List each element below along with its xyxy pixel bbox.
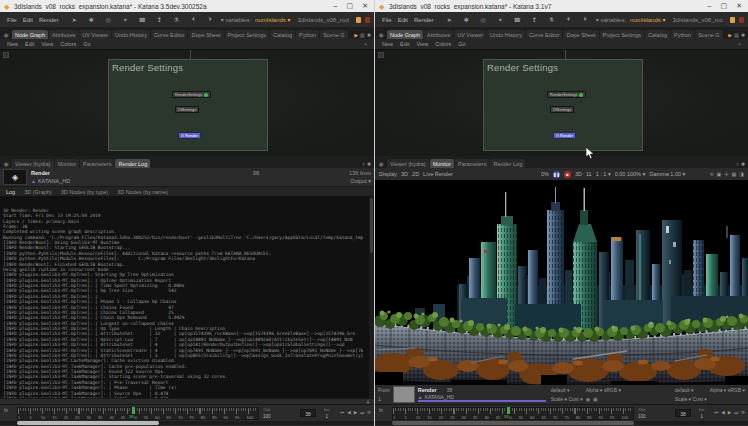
log-filter[interactable]: 3D Nodes (by name) xyxy=(117,189,168,195)
stop-render-icon[interactable] xyxy=(365,17,370,23)
toolbar-icon[interactable]: ⏵ xyxy=(206,16,215,23)
node-rendersettings[interactable]: RenderSettings xyxy=(172,91,211,98)
ng-menu-item[interactable]: View xyxy=(42,41,54,47)
node-port-dot[interactable] xyxy=(579,93,583,97)
stop-render-icon[interactable] xyxy=(739,17,744,23)
menu-item[interactable]: Edit xyxy=(20,17,36,23)
toolbar-icon[interactable]: ◎ xyxy=(104,16,113,23)
toolbar-icon[interactable]: ⚗ xyxy=(547,16,556,23)
current-frame-field[interactable]: 38 xyxy=(300,409,316,417)
transport-button[interactable]: ⏭ xyxy=(734,410,738,415)
ng-menu-item[interactable]: Go xyxy=(83,41,90,47)
aov-count[interactable]: 11 xyxy=(586,171,592,177)
pane-menu-icon[interactable]: ◉ xyxy=(1,31,11,39)
display-dropdown[interactable]: Display xyxy=(379,171,397,177)
gear-icon[interactable]: ✱ xyxy=(367,161,371,167)
nodegraph-canvas-left[interactable]: Render Settings RenderSettings DlSetting… xyxy=(0,49,374,156)
minimize-icon[interactable]: – xyxy=(708,2,712,10)
ng-menu-item[interactable]: New xyxy=(7,41,18,47)
node-dlsettings[interactable]: DlSettings xyxy=(550,106,574,113)
transport-button[interactable]: ⟳ xyxy=(741,410,745,415)
close-icon[interactable]: ✕ xyxy=(736,2,742,10)
pane-tab[interactable]: Render Log xyxy=(115,159,150,168)
scale-dropdown[interactable]: Scale ▾ Cust ▾ xyxy=(551,396,583,402)
transport-button[interactable]: ▶ xyxy=(354,410,357,415)
view2-dropdown[interactable]: default ▾ xyxy=(675,387,707,393)
pause-render-button[interactable]: ❚❚ xyxy=(553,171,560,178)
pane-tab[interactable]: Curve Editor xyxy=(151,30,188,39)
pane-tab[interactable]: Monitor xyxy=(55,159,79,168)
toolbar-icon[interactable]: ❢ xyxy=(530,16,539,23)
ng-menu-item[interactable]: Go xyxy=(458,41,465,47)
pane-tab[interactable]: Scene G xyxy=(320,30,347,39)
pin-icon[interactable]: ▿ xyxy=(736,161,739,167)
menu-item[interactable]: Edit xyxy=(395,17,411,23)
ng-menu-item[interactable]: View xyxy=(417,41,429,47)
pane-tab[interactable]: Project Settings xyxy=(600,30,645,39)
live-render-button[interactable]: Live Render xyxy=(423,171,453,177)
monitor-icon[interactable]: ▣ xyxy=(717,171,722,177)
nodegraph-canvas-right[interactable]: Render Settings RenderSettings DlSetting… xyxy=(375,49,748,156)
pane-tab[interactable]: Monitor xyxy=(430,159,454,168)
magnet-icon[interactable]: ⌖ xyxy=(364,41,367,48)
gear-icon[interactable]: ✱ xyxy=(741,161,745,167)
timeline-scroll-handle[interactable] xyxy=(392,421,634,425)
pane-tab[interactable]: Attributes xyxy=(49,30,78,39)
close-icon[interactable]: ✕ xyxy=(362,2,368,10)
transport-button[interactable]: ◀ xyxy=(721,410,724,415)
node-render[interactable]: Render xyxy=(553,132,576,139)
current-frame-field[interactable]: 38 xyxy=(675,409,691,417)
ng-menu-item[interactable]: Edit xyxy=(25,41,34,47)
pane-tab[interactable]: Parameters xyxy=(455,159,489,168)
frame-ruler[interactable]: 1510152025303540455055606570758085909510… xyxy=(392,407,634,420)
gamma-dropdown[interactable]: Gamma 1.00 ▾ xyxy=(649,171,685,177)
view-dropdown[interactable]: default ▾ xyxy=(551,387,583,393)
minimize-icon[interactable]: – xyxy=(334,2,338,10)
stop-render-button[interactable]: ■ xyxy=(564,171,571,178)
toolbar-icon[interactable]: ✱ xyxy=(87,16,96,23)
mode-2d-button[interactable]: 2D xyxy=(412,171,419,177)
playhead[interactable] xyxy=(507,407,510,414)
zoom-dropdown[interactable]: 1 : 1 ▾ xyxy=(596,171,611,177)
tab-overflow-icon[interactable]: ▶ xyxy=(728,32,732,38)
output-dropdown[interactable]: Output ▾ xyxy=(350,178,371,184)
log-filter[interactable]: 3D (Graph) xyxy=(24,189,52,195)
pane-tab[interactable]: Project Settings xyxy=(225,30,270,39)
log-filter[interactable]: Log xyxy=(6,189,15,195)
pane-menu-icon[interactable]: ◉ xyxy=(376,31,386,39)
magnet-icon[interactable]: ⌖ xyxy=(738,41,741,48)
split-icon[interactable]: ▥ xyxy=(734,32,739,38)
toolbar-icon[interactable]: ➤ xyxy=(70,16,79,23)
transport-button[interactable]: ⏮ xyxy=(340,410,344,415)
pane-tab[interactable]: Attributes xyxy=(424,30,453,39)
pane-tab[interactable]: UV Viewer xyxy=(79,30,111,39)
ng-menu-item[interactable]: Edit xyxy=(400,41,409,47)
out-field[interactable]: Out100 xyxy=(638,407,646,419)
monitor-viewport[interactable] xyxy=(375,180,748,385)
mode-3d-button[interactable]: 3D xyxy=(401,171,408,177)
pane-tab[interactable]: Render Log xyxy=(490,159,525,168)
monitor-icon[interactable]: ◨ xyxy=(739,171,744,177)
log-filter[interactable]: 3D Nodes (by type) xyxy=(61,189,108,195)
pane-tab[interactable]: Curve Editor xyxy=(526,30,563,39)
pane-menu-icon[interactable]: ◉ xyxy=(1,160,11,168)
menu-item[interactable]: Render xyxy=(36,17,62,23)
playhead[interactable] xyxy=(132,407,135,414)
gear-icon[interactable]: ✱ xyxy=(741,32,745,38)
pane-menu-icon[interactable]: ◉ xyxy=(376,160,386,168)
channels2-dropdown[interactable]: Alpha ▾ sRGB ▾ xyxy=(710,387,745,393)
toolbar-icon[interactable]: ◎ xyxy=(479,16,488,23)
transport-button[interactable]: ▶ xyxy=(728,410,731,415)
timeline-scrollbar[interactable] xyxy=(375,421,748,425)
pane-tab[interactable]: Scene G xyxy=(695,30,722,39)
node-port-dot[interactable] xyxy=(204,93,208,97)
transport-button[interactable]: ⟳ xyxy=(367,410,371,415)
monitor-icon[interactable]: ✛ xyxy=(724,171,728,177)
pane-tab[interactable]: Viewer (hydra) xyxy=(12,159,54,168)
frame-ruler[interactable]: 1510152025303540455055606570758085909510… xyxy=(17,407,259,420)
menu-item[interactable]: File xyxy=(379,17,395,23)
variables-value-dropdown[interactable]: numIslands ▾ xyxy=(630,16,665,23)
variables-value-dropdown[interactable]: numIslands ▾ xyxy=(255,16,290,23)
inc-field[interactable]: Inc1 xyxy=(699,407,705,419)
pane-tab[interactable]: Dope Sheet xyxy=(188,30,223,39)
